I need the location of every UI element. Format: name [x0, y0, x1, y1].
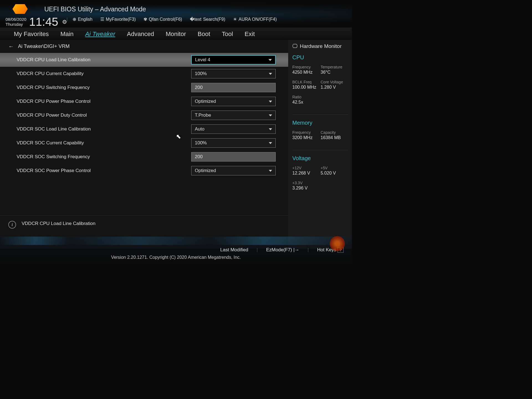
setting-select[interactable]: 100%	[191, 138, 276, 148]
fan-icon: ✾	[144, 17, 147, 22]
setting-value: Auto	[195, 126, 204, 132]
voltage-12v: 12.268 V	[292, 171, 319, 176]
mem-capacity: 16384 MB	[321, 135, 348, 140]
hardware-monitor-panel: 🖵 Hardware Monitor CPU Frequency4250 MHz…	[288, 40, 352, 249]
setting-label: VDDCR SOC Current Capability	[17, 140, 191, 146]
footer: Last Modified | EzMode(F7) |→ | Hot Keys…	[0, 237, 352, 264]
voltage-heading: Voltage	[292, 155, 348, 162]
breadcrumb: ← Ai Tweaker\DIGI+ VRM	[0, 40, 288, 53]
decorative-swirl	[330, 236, 345, 251]
setting-select[interactable]: Optimized	[191, 166, 276, 175]
ezmode-button[interactable]: EzMode(F7) |→	[266, 247, 299, 253]
info-icon: i	[8, 221, 16, 229]
setting-input[interactable]: 200	[191, 152, 276, 162]
setting-value: 100%	[195, 71, 207, 76]
chevron-down-icon	[269, 142, 272, 144]
breadcrumb-text: Ai Tweaker\DIGI+ VRM	[18, 44, 70, 49]
setting-label: VDDCR CPU Load Line Calibration	[17, 57, 191, 63]
chevron-down-icon	[269, 101, 272, 103]
setting-select[interactable]: T.Probe	[191, 111, 276, 120]
tab-tool[interactable]: Tool	[222, 30, 233, 38]
chevron-down-icon	[269, 114, 272, 116]
search-button[interactable]: �text Search(F9)	[190, 17, 225, 22]
tab-ai-tweaker[interactable]: Ai Tweaker	[85, 30, 115, 38]
setting-select[interactable]: Optimized	[191, 97, 276, 106]
chevron-down-icon	[269, 128, 272, 130]
setting-input[interactable]: 200	[191, 83, 276, 92]
setting-label: VDDCR CPU Power Phase Control	[17, 99, 191, 104]
content-panel: ← Ai Tweaker\DIGI+ VRM VDDCR CPU Load Li…	[0, 40, 288, 249]
myfavorite-button[interactable]: ☰ MyFavorite(F3)	[100, 17, 136, 22]
cpu-temp: 36°C	[321, 70, 348, 75]
setting-row[interactable]: VDDCR CPU Load Line CalibrationLevel 4	[0, 53, 288, 67]
cpu-heading: CPU	[292, 54, 348, 61]
cpu-core-voltage: 1.280 V	[321, 85, 348, 90]
aura-button[interactable]: ☀ AURA ON/OFF(F4)	[233, 17, 277, 22]
chevron-down-icon	[269, 73, 272, 75]
datetime: 08/06/2020 Thursday 11:45 ⚙	[6, 15, 67, 29]
tab-boot[interactable]: Boot	[198, 30, 210, 38]
setting-value: 200	[195, 85, 203, 90]
sidebar-title: 🖵 Hardware Monitor	[292, 43, 348, 49]
mem-frequency: 3200 MHz	[292, 135, 319, 140]
tuf-logo	[12, 4, 28, 14]
setting-value: 200	[195, 154, 203, 160]
back-arrow-icon[interactable]: ←	[8, 43, 14, 50]
setting-value: T.Probe	[195, 112, 211, 118]
chevron-down-icon	[268, 59, 272, 61]
globe-icon: ⊕	[73, 17, 76, 22]
setting-row[interactable]: VDDCR SOC Load Line CalibrationAuto	[0, 122, 288, 136]
date: 08/06/2020	[6, 17, 26, 22]
time: 11:45	[29, 15, 58, 29]
tab-advanced[interactable]: Advanced	[127, 30, 154, 38]
last-modified-button[interactable]: Last Modified	[220, 247, 248, 253]
tab-monitor[interactable]: Monitor	[166, 30, 186, 38]
setting-row[interactable]: VDDCR CPU Power Duty ControlT.Probe	[0, 108, 288, 122]
setting-value: Level 4	[195, 57, 210, 63]
setting-row[interactable]: VDDCR CPU Current Capability100%	[0, 67, 288, 81]
main-nav: My Favorites Main Ai Tweaker Advanced Mo…	[0, 28, 352, 40]
tab-main[interactable]: Main	[60, 30, 74, 38]
cpu-bclk: 100.00 MHz	[292, 85, 319, 90]
setting-value: Optimized	[195, 99, 216, 104]
search-icon: �text	[190, 17, 201, 22]
language-button[interactable]: ⊕ English	[73, 17, 92, 22]
cpu-frequency: 4250 MHz	[292, 70, 319, 75]
help-text: VDDCR CPU Load Line Calibration	[22, 221, 95, 226]
setting-label: VDDCR CPU Power Duty Control	[17, 112, 191, 118]
list-icon: ☰	[100, 17, 104, 22]
setting-select[interactable]: 100%	[191, 69, 276, 78]
chevron-down-icon	[269, 170, 272, 172]
aura-icon: ☀	[233, 17, 237, 22]
bios-title: UEFI BIOS Utility – Advanced Mode	[44, 6, 146, 13]
setting-label: VDDCR SOC Load Line Calibration	[17, 126, 191, 132]
cpu-ratio: 42.5x	[292, 100, 320, 105]
setting-label: VDDCR CPU Current Capability	[17, 71, 191, 76]
setting-row[interactable]: VDDCR SOC Switching Frequency200	[0, 150, 288, 164]
setting-row[interactable]: VDDCR CPU Switching Frequency200	[0, 81, 288, 94]
setting-row[interactable]: VDDCR SOC Power Phase ControlOptimized	[0, 164, 288, 178]
version-text: Version 2.20.1271. Copyright (C) 2020 Am…	[0, 255, 352, 260]
monitor-icon: 🖵	[292, 43, 298, 49]
setting-label: VDDCR CPU Switching Frequency	[17, 85, 191, 90]
day: Thursday	[6, 22, 26, 27]
voltage-5v: 5.020 V	[321, 171, 348, 176]
voltage-3v3: 3.296 V	[292, 186, 320, 191]
setting-value: Optimized	[195, 168, 216, 173]
qfan-button[interactable]: ✾ Qfan Control(F6)	[144, 17, 182, 22]
setting-select[interactable]: Level 4	[191, 55, 276, 65]
setting-label: VDDCR SOC Power Phase Control	[17, 168, 191, 173]
tab-favorites[interactable]: My Favorites	[14, 30, 49, 38]
setting-row[interactable]: VDDCR SOC Current Capability100%	[0, 136, 288, 150]
header: UEFI BIOS Utility – Advanced Mode 08/06/…	[0, 0, 352, 28]
setting-value: 100%	[195, 140, 207, 146]
setting-select[interactable]: Auto	[191, 124, 276, 134]
setting-row[interactable]: VDDCR CPU Power Phase ControlOptimized	[0, 94, 288, 108]
memory-heading: Memory	[292, 120, 348, 126]
tab-exit[interactable]: Exit	[245, 30, 255, 38]
setting-label: VDDCR SOC Switching Frequency	[17, 154, 191, 160]
